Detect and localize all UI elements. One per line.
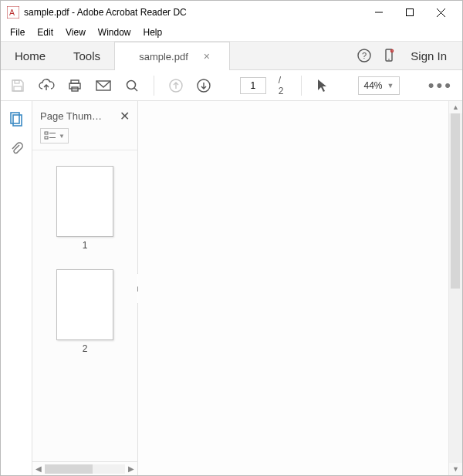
scroll-up-icon[interactable]: ▲ [449, 101, 462, 113]
tab-close-button[interactable]: × [204, 50, 210, 62]
scroll-down-icon[interactable]: ▼ [449, 463, 462, 475]
scrollbar-thumb[interactable] [451, 113, 460, 289]
thumbnail-label: 1 [32, 240, 137, 251]
more-tools-button[interactable]: ••• [428, 82, 453, 89]
page-total-label: / 2 [279, 75, 287, 96]
scroll-left-icon[interactable]: ◀ [34, 464, 43, 473]
panel-options-button[interactable]: ▼ [40, 128, 69, 143]
panel-horizontal-scrollbar[interactable]: ◀ ▶ [32, 461, 137, 475]
close-window-button[interactable] [425, 2, 456, 23]
titlebar: sample.pdf - Adobe Acrobat Reader DC [1, 1, 462, 24]
chevron-down-icon: ▼ [59, 133, 65, 140]
svg-rect-12 [14, 86, 22, 91]
attachments-panel-icon[interactable] [8, 140, 25, 157]
page-up-icon[interactable] [168, 77, 184, 94]
toolbar-divider-2 [301, 76, 302, 96]
save-icon[interactable] [10, 77, 25, 94]
svg-text:?: ? [362, 51, 367, 60]
print-icon[interactable] [67, 77, 83, 94]
svg-rect-11 [15, 80, 19, 83]
search-icon[interactable] [124, 77, 140, 94]
toolbar-divider [154, 76, 154, 96]
toolbar: / 2 44% ▼ ••• [1, 70, 462, 101]
page-number-input[interactable] [240, 77, 266, 94]
thumbnails-list: 1 2 [32, 150, 137, 461]
zoom-select[interactable]: 44% ▼ [358, 76, 400, 95]
scrollbar-track[interactable] [449, 113, 462, 463]
content-area: Page Thum… ✕ ▼ 1 2 ◀ ▶ ▶ ▲ ▼ [1, 101, 462, 475]
page-thumbnail[interactable] [56, 269, 113, 340]
scrollbar-track[interactable] [45, 464, 125, 474]
svg-rect-23 [45, 132, 48, 134]
menu-file[interactable]: File [4, 25, 31, 39]
window-controls [363, 2, 456, 23]
window-title: sample.pdf - Adobe Acrobat Reader DC [24, 7, 363, 18]
scroll-right-icon[interactable]: ▶ [127, 464, 136, 473]
maximize-button[interactable] [394, 2, 425, 23]
svg-point-8 [388, 59, 390, 60]
scrollbar-thumb[interactable] [45, 464, 93, 474]
help-icon[interactable]: ? [357, 48, 372, 63]
thumbnails-panel-icon[interactable] [8, 110, 25, 127]
menu-view[interactable]: View [59, 25, 92, 39]
svg-rect-21 [11, 113, 19, 123]
panel-title: Page Thum… [40, 110, 102, 122]
svg-text:!: ! [392, 49, 393, 53]
menu-window[interactable]: Window [92, 25, 137, 39]
mobile-icon[interactable]: ! [381, 48, 397, 63]
menu-edit[interactable]: Edit [31, 25, 59, 39]
sign-in-button[interactable]: Sign In [406, 49, 451, 62]
svg-rect-2 [407, 9, 414, 16]
svg-line-18 [134, 88, 137, 91]
panel-close-button[interactable]: ✕ [120, 109, 130, 123]
svg-rect-25 [45, 137, 48, 139]
document-view[interactable] [138, 101, 448, 475]
nav-sidebar [1, 101, 32, 475]
svg-rect-22 [13, 115, 22, 126]
email-icon[interactable] [95, 77, 112, 94]
menubar: File Edit View Window Help [1, 24, 462, 41]
vertical-scrollbar[interactable]: ▲ ▼ [448, 101, 462, 475]
tab-tools[interactable]: Tools [59, 42, 114, 69]
tab-document[interactable]: sample.pdf × [114, 42, 230, 70]
menu-help[interactable]: Help [137, 25, 169, 39]
tabbar: Home Tools sample.pdf × ? ! Sign In [1, 41, 462, 70]
tab-document-label: sample.pdf [139, 51, 188, 62]
document-area: ▲ ▼ [138, 101, 462, 475]
thumbnails-panel: Page Thum… ✕ ▼ 1 2 ◀ ▶ ▶ [32, 101, 138, 475]
chevron-down-icon: ▼ [387, 82, 394, 89]
thumbnail-label: 2 [32, 343, 137, 354]
tab-home[interactable]: Home [1, 42, 59, 69]
cloud-upload-icon[interactable] [38, 77, 55, 94]
minimize-button[interactable] [363, 2, 394, 23]
svg-rect-14 [69, 83, 80, 89]
zoom-value: 44% [364, 80, 383, 91]
selection-cursor-icon[interactable] [316, 77, 330, 94]
page-thumbnail[interactable] [56, 166, 113, 237]
app-icon [7, 6, 19, 19]
page-down-icon[interactable] [196, 77, 211, 94]
svg-point-17 [127, 80, 136, 89]
